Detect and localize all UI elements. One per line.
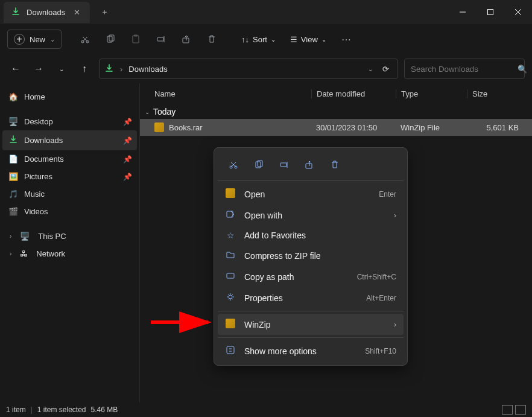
pin-icon: 📌	[123, 118, 132, 126]
document-icon: 📄	[8, 154, 18, 164]
chevron-down-icon[interactable]: ⌄	[53, 66, 70, 72]
sidebar-item-label: Home	[24, 92, 45, 101]
chevron-right-icon: ›	[10, 233, 11, 240]
group-label: Today	[153, 107, 176, 116]
new-button[interactable]: + New ⌄	[7, 30, 62, 49]
column-size[interactable]: Size	[467, 89, 525, 98]
selected-count: 1 item selected	[37, 406, 86, 414]
svg-rect-6	[133, 36, 139, 43]
winzip-file-icon	[154, 123, 164, 132]
sidebar-item-pictures[interactable]: 🖼️ Pictures 📌	[2, 168, 137, 185]
menu-show-more[interactable]: Show more options Shift+F10	[218, 340, 404, 361]
column-type[interactable]: Type	[396, 89, 467, 98]
minimize-button[interactable]	[449, 0, 477, 24]
tab-title: Downloads	[27, 8, 65, 17]
properties-icon	[225, 292, 236, 304]
column-headers: Name Date modified Type Size	[140, 83, 532, 104]
file-row[interactable]: Books.rar 30/01/2023 01:50 WinZip File 5…	[140, 119, 532, 136]
svg-rect-10	[183, 38, 189, 43]
sidebar-item-thispc[interactable]: › 🖥️ This PC	[2, 228, 137, 245]
sidebar: 🏠 Home 🖥️ Desktop 📌 Downloads 📌 📄 Docume…	[0, 83, 140, 404]
sidebar-item-label: This PC	[38, 232, 66, 241]
chevron-down-icon: ⌄	[271, 36, 276, 43]
menu-label: Copy as path	[244, 272, 349, 282]
sidebar-item-home[interactable]: 🏠 Home	[2, 88, 137, 106]
plus-icon: +	[14, 34, 25, 45]
svg-rect-8	[157, 37, 163, 41]
download-icon	[11, 7, 21, 18]
sidebar-item-videos[interactable]: 🎬 Videos	[2, 203, 137, 220]
menu-open[interactable]: Open Enter	[218, 183, 404, 205]
menu-compress-zip[interactable]: Compress to ZIP file	[218, 245, 404, 266]
thumbnails-view-icon[interactable]	[515, 405, 526, 415]
sidebar-item-network[interactable]: › 🖧 Network	[2, 245, 137, 263]
close-window-button[interactable]	[504, 0, 532, 24]
maximize-button[interactable]	[477, 0, 504, 24]
copy-icon[interactable]	[248, 155, 270, 174]
cut-icon[interactable]	[74, 29, 97, 49]
paste-icon[interactable]	[124, 29, 147, 49]
group-header[interactable]: ⌄ Today	[140, 104, 532, 119]
delete-icon[interactable]	[200, 29, 223, 49]
sidebar-item-label: Videos	[24, 207, 48, 216]
refresh-button[interactable]: ⟳	[379, 65, 393, 74]
sidebar-item-downloads[interactable]: Downloads 📌	[2, 130, 137, 150]
back-button[interactable]: ←	[7, 63, 24, 74]
details-view-icon[interactable]	[502, 405, 513, 415]
selected-size: 5.46 MB	[91, 406, 118, 414]
rename-icon[interactable]	[150, 29, 173, 49]
share-icon[interactable]	[299, 155, 320, 174]
menu-properties[interactable]: Properties Alt+Enter	[218, 287, 404, 308]
copy-path-icon	[225, 271, 236, 282]
chevron-down-icon: ⌄	[321, 36, 326, 43]
svg-rect-19	[227, 273, 234, 278]
item-count: 1 item	[6, 406, 26, 414]
tab-downloads[interactable]: Downloads ✕	[4, 2, 90, 23]
view-button[interactable]: ☰ View ⌄	[284, 31, 332, 48]
chevron-right-icon: ›	[120, 65, 122, 74]
cut-icon[interactable]	[223, 155, 244, 174]
sidebar-item-documents[interactable]: 📄 Documents 📌	[2, 150, 137, 168]
menu-winzip[interactable]: WinZip ›	[218, 314, 404, 335]
view-label: View	[301, 35, 318, 44]
sidebar-item-music[interactable]: 🎵 Music	[2, 185, 137, 203]
menu-add-favorites[interactable]: ☆ Add to Favorites	[218, 226, 404, 245]
search-input[interactable]	[411, 65, 513, 74]
winzip-file-icon	[225, 188, 236, 200]
sidebar-item-desktop[interactable]: 🖥️ Desktop 📌	[2, 113, 137, 130]
delete-icon[interactable]	[324, 155, 346, 174]
sort-button[interactable]: ↑↓ Sort ⌄	[235, 31, 282, 48]
menu-accelerator: Enter	[379, 190, 396, 199]
menu-open-with[interactable]: Open with ›	[218, 205, 404, 226]
new-tab-button[interactable]: ＋	[97, 3, 112, 21]
up-button[interactable]: ↑	[76, 63, 93, 74]
more-icon[interactable]: ⋯	[335, 29, 358, 49]
copy-icon[interactable]	[99, 29, 122, 49]
menu-label: Add to Favorites	[244, 231, 396, 240]
column-date[interactable]: Date modified	[311, 89, 396, 98]
pc-icon: 🖥️	[20, 232, 30, 241]
status-bar: 1 item | 1 item selected 5.46 MB	[0, 403, 532, 417]
breadcrumb[interactable]: › Downloads ⌄ ⟳	[99, 59, 398, 79]
chevron-right-icon: ›	[394, 320, 396, 329]
chevron-down-icon[interactable]: ⌄	[368, 66, 373, 72]
forward-button[interactable]: →	[30, 63, 47, 74]
more-options-icon	[225, 345, 236, 357]
music-icon: 🎵	[8, 189, 18, 199]
location-text: Downloads	[128, 65, 167, 74]
view-icon: ☰	[290, 35, 297, 44]
sidebar-item-label: Network	[36, 249, 65, 258]
column-name[interactable]: Name	[154, 89, 311, 98]
share-icon[interactable]	[175, 29, 198, 49]
chevron-down-icon: ⌄	[145, 109, 150, 115]
rename-icon[interactable]	[273, 155, 295, 174]
download-icon	[104, 63, 114, 75]
close-icon[interactable]: ✕	[71, 8, 83, 17]
toolbar: + New ⌄ ↑↓ Sort ⌄ ☰ View ⌄ ⋯	[0, 24, 532, 54]
menu-copy-path[interactable]: Copy as path Ctrl+Shift+C	[218, 266, 404, 287]
menu-accelerator: Ctrl+Shift+C	[357, 273, 396, 281]
search-box[interactable]: 🔍	[404, 59, 525, 79]
context-menu: Open Enter Open with › ☆ Add to Favorite…	[214, 147, 408, 366]
sort-icon: ↑↓	[241, 35, 249, 44]
search-icon: 🔍	[518, 65, 527, 74]
